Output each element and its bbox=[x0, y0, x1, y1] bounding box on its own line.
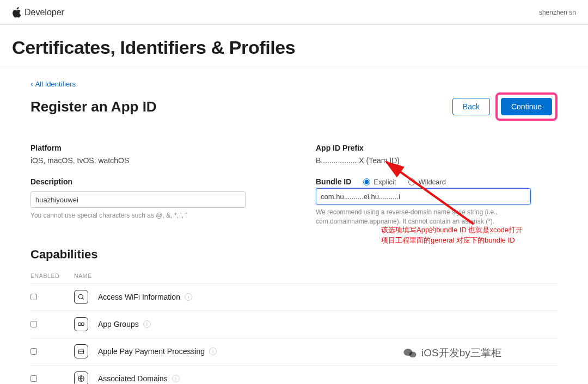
bundle-id-input[interactable] bbox=[316, 188, 531, 205]
bundle-hint: We recommend using a reverse-domain name… bbox=[316, 208, 531, 227]
explicit-label: Explicit bbox=[373, 178, 396, 186]
capability-label: Apple Pay Payment Processing bbox=[98, 347, 205, 356]
capability-label: App Groups bbox=[98, 320, 139, 329]
capability-checkbox[interactable] bbox=[30, 321, 37, 327]
register-title: Register an App ID bbox=[30, 98, 157, 115]
back-button[interactable]: Back bbox=[452, 98, 490, 115]
developer-text: Developer bbox=[24, 8, 64, 17]
account-area[interactable]: shenzhen sh bbox=[539, 9, 576, 16]
bundle-wildcard-radio[interactable]: Wildcard bbox=[408, 178, 446, 186]
svg-point-2 bbox=[81, 323, 84, 326]
brand-area[interactable]: Developer bbox=[12, 7, 64, 18]
capability-label: Access WiFi Information bbox=[98, 293, 180, 301]
wifi-icon bbox=[74, 290, 88, 304]
wildcard-label: Wildcard bbox=[419, 178, 446, 186]
domains-icon bbox=[74, 371, 88, 384]
capability-checkbox[interactable] bbox=[30, 375, 37, 382]
wechat-icon bbox=[403, 346, 417, 360]
capability-checkbox[interactable] bbox=[30, 294, 37, 300]
apple-logo-icon bbox=[12, 7, 21, 18]
svg-point-1 bbox=[78, 323, 81, 326]
svg-point-9 bbox=[409, 351, 416, 357]
bundle-label: Bundle ID bbox=[316, 177, 351, 186]
info-icon[interactable]: i bbox=[185, 293, 192, 301]
bundle-explicit-radio[interactable]: Explicit bbox=[363, 178, 396, 186]
platform-value: iOS, macOS, tvOS, watchOS bbox=[30, 156, 129, 165]
capability-row: App Groups i bbox=[30, 311, 558, 338]
apple-pay-icon bbox=[74, 344, 88, 358]
annotation-text: 该选项填写App的bundle ID 也就是xcode打开 项目工程里面的gen… bbox=[381, 225, 523, 246]
capability-checkbox[interactable] bbox=[30, 348, 37, 355]
app-groups-icon bbox=[74, 317, 88, 331]
chevron-left-icon: ‹ bbox=[30, 79, 33, 88]
capabilities-title: Capabilities bbox=[30, 247, 558, 262]
info-icon[interactable]: i bbox=[172, 375, 180, 382]
capability-row: Access WiFi Information i bbox=[30, 283, 558, 311]
capability-label: Associated Domains bbox=[98, 374, 168, 383]
capability-row: Associated Domains i bbox=[30, 365, 558, 384]
svg-rect-3 bbox=[78, 350, 83, 354]
account-name: shenzhen sh bbox=[539, 9, 576, 16]
description-input[interactable] bbox=[30, 191, 246, 208]
description-label: Description bbox=[30, 177, 272, 186]
info-icon[interactable]: i bbox=[209, 348, 217, 355]
annotation-highlight: Continue bbox=[495, 92, 558, 121]
backlink-label: All Identifiers bbox=[35, 80, 76, 88]
watermark-text: iOS开发by三掌柜 bbox=[421, 346, 501, 360]
description-hint: You cannot use special characters such a… bbox=[30, 211, 246, 220]
col-enabled-label: ENABLED bbox=[30, 272, 74, 279]
prefix-label: App ID Prefix bbox=[316, 144, 558, 152]
col-name-label: NAME bbox=[74, 272, 558, 279]
watermark: iOS开发by三掌柜 bbox=[403, 346, 501, 360]
continue-button[interactable]: Continue bbox=[501, 98, 552, 115]
back-all-identifiers-link[interactable]: ‹ All Identifiers bbox=[30, 79, 558, 88]
platform-label: Platform bbox=[30, 144, 272, 152]
page-title: Certificates, Identifiers & Profiles bbox=[0, 25, 588, 66]
info-icon[interactable]: i bbox=[143, 320, 151, 328]
prefix-value: B..................X (Team ID) bbox=[316, 156, 400, 165]
